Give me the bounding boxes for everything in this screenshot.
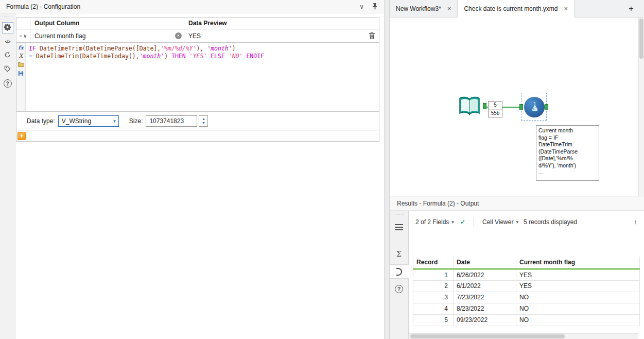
data-type-value: V_WString [62,117,91,125]
cell-record[interactable]: 4 [413,303,454,314]
tab-help[interactable]: ? [2,78,13,89]
expression-grid: Output Column Data Preview ≡ ∨ Current m… [16,17,379,142]
canvas-vertical-scrollbar[interactable] [638,18,644,196]
cell-flag[interactable]: NO [516,292,640,303]
help-icon: ? [4,79,12,88]
cell-date[interactable]: 6/26/2022 [454,269,516,280]
table-row[interactable]: 509/23/2022NO [413,314,640,326]
configuration-toolstrip: ······ </> ? [0,13,15,339]
header-current-month-flag[interactable]: Current month flag [516,257,640,269]
tab-new-workflow3[interactable]: New Workflow3* × [390,0,457,17]
tab-expression-editor[interactable]: </> [2,36,13,47]
pin-panel-icon[interactable] [372,3,378,10]
results-toolbar: 2 of 2 Fields ▾ ✓ Cell Viewer ▾ 5 record… [409,211,644,233]
output-column-input[interactable]: Current month flag [34,32,85,40]
tab-refresh[interactable] [2,50,13,61]
cell-flag[interactable]: YES [516,280,640,292]
drag-grip: ······ [2,15,13,19]
cell-record[interactable]: 5 [413,314,454,326]
row-drag-handle[interactable]: ≡ [20,33,22,39]
insert-function-icon[interactable]: fx [18,45,23,50]
results-horizontal-scrollbar[interactable] [409,333,638,339]
table-row[interactable]: 37/23/2022NO [413,292,640,303]
size-label: Size: [129,117,143,125]
data-preview-value: YES [188,32,201,40]
header-date[interactable]: Date [454,257,516,269]
input-data-tool[interactable] [457,94,482,118]
cell-record[interactable]: 3 [413,292,454,303]
input-anchor[interactable] [519,104,523,110]
flask-icon [528,100,541,114]
cell-record[interactable]: 1 [413,269,454,280]
tab-check-date-workflow[interactable]: Check date is current month.yxmd × [457,0,575,18]
grid-header-row: Output Column Data Preview [16,17,379,29]
results-table-body: 16/26/2022YES26/1/2022YES37/23/2022NO48/… [413,269,640,326]
open-folder-icon[interactable] [18,61,24,69]
stepper-down-icon[interactable]: ▾ [202,121,204,125]
fields-dropdown[interactable]: 2 of 2 Fields ▾ [415,218,454,226]
apply-check-icon[interactable]: ✓ [460,218,465,226]
gear-icon [4,23,11,32]
expand-pane-icon[interactable]: ↑ [634,218,637,226]
cell-flag[interactable]: NO [516,314,640,326]
add-expression-button[interactable]: + [18,132,26,140]
scrollbar-thumb[interactable] [639,19,643,59]
workflow-canvas[interactable]: 5 55b Current monthflag = IFDateTimeTrim… [390,18,644,196]
formula-editor-text[interactable]: IF DateTimeTrim(DateTimeParse([Date],'%m… [26,43,379,111]
data-type-label: Data type: [27,117,55,125]
workflow-tab-bar: New Workflow3* × Check date is current m… [390,0,644,18]
column-header-preview: Data Preview [184,20,379,27]
cell-date[interactable]: 6/1/2022 [454,280,516,292]
tab-label: New Workflow3* [396,5,441,12]
tool-annotation[interactable]: Current monthflag = IFDateTimeTrim(DateT… [536,125,599,181]
configuration-header: Formula (2) - Configuration ∨ [0,0,384,13]
cell-flag[interactable]: YES [516,269,640,280]
output-anchor[interactable] [483,103,486,109]
size-input[interactable]: 1073741823 [146,115,197,127]
cell-flag[interactable]: NO [516,303,640,314]
connection-progress-label[interactable]: 5 55b [488,101,502,117]
tag-icon [4,65,11,74]
tab-configuration[interactable] [2,22,13,33]
output-anchor[interactable] [545,104,548,110]
table-row[interactable]: 26/1/2022YES [413,280,640,292]
metadata-view-button[interactable]: Σ [392,247,406,261]
workspace-area: New Workflow3* × Check date is current m… [390,0,644,339]
delete-expression-icon[interactable] [369,32,375,41]
results-help-button[interactable]: ? [392,282,406,296]
rows-icon [395,224,403,230]
data-type-row: Data type: V_WString ▾ Size: 1073741823 … [16,112,379,130]
cell-viewer-label: Cell Viewer [482,218,513,226]
clear-field-icon[interactable]: × [175,32,182,39]
results-header: Results - Formula (2) - Output [390,196,644,211]
scrollbar-thumb[interactable] [410,334,565,338]
expand-expression-icon[interactable]: ∨ [23,33,27,39]
configuration-panel: Formula (2) - Configuration ∨ ······ </>… [0,0,384,339]
formula-tool[interactable] [521,93,547,121]
header-record[interactable]: Record [413,257,454,269]
close-tab-icon[interactable]: × [564,5,568,12]
cell-record[interactable]: 2 [413,280,454,292]
cell-date[interactable]: 09/23/2022 [454,314,516,326]
results-table-header-row: Record Date Current month flag [413,257,640,269]
size-stepper[interactable]: ▴ ▾ [199,115,208,127]
table-row[interactable]: 48/23/2022NO [413,303,640,314]
cell-date[interactable]: 8/23/2022 [454,303,516,314]
close-tab-icon[interactable]: × [447,5,451,12]
insert-variable-icon[interactable]: X [19,53,23,59]
tab-annotation[interactable] [2,64,13,75]
output-anchor-tab[interactable] [390,264,409,279]
cell-viewer-dropdown[interactable]: Cell Viewer ▾ [482,218,518,226]
formula-editor-toolbar: fx X [16,43,26,111]
tab-label: Check date is current month.yxmd [464,5,558,12]
cell-date[interactable]: 7/23/2022 [454,292,516,303]
collapse-panel-icon[interactable]: ∨ [359,3,364,10]
code-icon: </> [5,39,10,44]
save-icon[interactable] [18,71,24,78]
new-tab-button[interactable]: + [624,0,638,18]
data-type-select[interactable]: V_WString ▾ [58,115,119,127]
results-title: Results - Formula (2) - Output [397,200,479,207]
table-row[interactable]: 16/26/2022YES [413,269,640,280]
panel-divider[interactable] [384,0,390,339]
results-grid-view-button[interactable] [392,220,406,234]
